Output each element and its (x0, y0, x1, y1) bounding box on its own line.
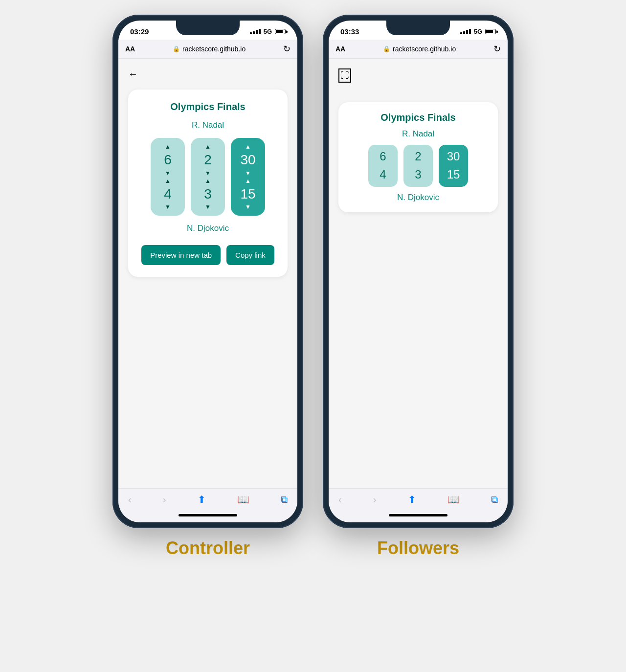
match-title-followers: Olympics Finals (380, 112, 455, 123)
forward-nav-icon-controller[interactable]: › (163, 494, 166, 505)
bookmarks-icon-followers[interactable]: 📖 (447, 493, 460, 505)
signal-bar-f2 (463, 31, 465, 34)
set2-up2-controller[interactable]: ▲ (205, 178, 211, 184)
signal-bar-1 (250, 32, 252, 34)
set1-score2-followers: 4 (380, 168, 386, 182)
url-text-controller: racketscore.github.io (182, 45, 246, 53)
expand-icon-followers[interactable]: ⛶ (338, 68, 351, 83)
share-icon-controller[interactable]: ⬆ (198, 493, 206, 505)
url-bar-followers[interactable]: 🔒 racketscore.github.io (350, 45, 489, 53)
set3-down1-controller[interactable]: ▼ (245, 170, 251, 176)
signal-bar-f4 (469, 29, 471, 34)
score-columns-controller: ▲ 6 ▼ ▲ 4 ▼ ▲ 2 ▼ (151, 138, 265, 216)
aa-text-followers: AA (335, 45, 345, 53)
set3-score1-followers: 30 (447, 150, 460, 164)
signal-bars-followers (460, 29, 471, 34)
set1-col-followers: 6 4 (368, 145, 398, 187)
followers-phone: 03:33 5G (323, 15, 514, 528)
score-widget-followers: Olympics Finals R. Nadal 6 4 2 3 (338, 102, 498, 212)
followers-phone-inner: 03:33 5G (329, 21, 508, 522)
status-right-followers: 5G (460, 28, 496, 35)
player2-controller: N. Djokovic (187, 224, 229, 233)
status-right-controller: 5G (250, 28, 286, 35)
notch-followers (386, 21, 450, 35)
set2-down2-controller[interactable]: ▼ (205, 204, 211, 210)
browser-bar-followers: AA 🔒 racketscore.github.io ↻ (329, 40, 508, 59)
time-controller: 03:29 (130, 27, 149, 36)
set2-col-followers: 2 3 (403, 145, 433, 187)
browser-bar-controller: AA 🔒 racketscore.github.io ↻ (118, 40, 297, 59)
signal-bar-2 (253, 31, 255, 34)
set3-score1-controller: 30 (240, 152, 255, 168)
controller-label: Controller (166, 538, 250, 559)
controller-phone-inner: 03:29 5G (118, 21, 297, 522)
signal-bars-controller (250, 29, 261, 34)
set3-score2-followers: 15 (447, 168, 460, 182)
bookmarks-icon-controller[interactable]: 📖 (237, 493, 249, 505)
score-widget-controller: Olympics Finals R. Nadal ▲ 6 ▼ ▲ 4 ▼ (128, 90, 288, 277)
set1-score1-controller: 6 (164, 152, 172, 168)
back-nav-icon-controller[interactable]: ‹ (128, 494, 132, 505)
set3-col-followers: 30 15 (439, 145, 468, 187)
player2-followers: N. Djokovic (397, 193, 439, 202)
set2-score2-followers: 3 (415, 168, 421, 182)
lock-icon-controller: 🔒 (173, 45, 180, 52)
set2-score2-controller: 3 (204, 186, 212, 202)
player1-controller: R. Nadal (192, 120, 224, 130)
player1-followers: R. Nadal (402, 129, 434, 139)
set3-up1-controller[interactable]: ▲ (245, 144, 251, 150)
copy-link-button[interactable]: Copy link (226, 245, 274, 265)
set2-down1-controller[interactable]: ▼ (205, 170, 211, 176)
set1-down1-controller[interactable]: ▼ (165, 170, 171, 176)
battery-fill-controller (276, 30, 283, 33)
back-arrow-controller[interactable]: ← (128, 68, 138, 80)
tabs-icon-controller[interactable]: ⧉ (281, 494, 288, 505)
set2-up1-controller[interactable]: ▲ (205, 144, 211, 150)
time-followers: 03:33 (340, 27, 359, 36)
url-bar-controller[interactable]: 🔒 racketscore.github.io (140, 45, 278, 53)
forward-nav-icon-followers[interactable]: › (373, 494, 377, 505)
home-indicator-controller (118, 510, 297, 522)
network-type-controller: 5G (264, 28, 272, 35)
set2-score1-followers: 2 (415, 150, 421, 164)
signal-bar-f1 (460, 32, 462, 34)
set3-score2-controller: 15 (240, 186, 255, 202)
set3-up2-controller[interactable]: ▲ (245, 178, 251, 184)
set3-col-controller: ▲ 30 ▼ ▲ 15 ▼ (231, 138, 265, 216)
set2-score1-controller: 2 (204, 152, 212, 168)
set3-down2-controller[interactable]: ▼ (245, 204, 251, 210)
match-title-controller: Olympics Finals (170, 101, 245, 112)
set1-up1-controller[interactable]: ▲ (165, 144, 171, 150)
phones-container: 03:29 5G (112, 15, 514, 559)
home-indicator-followers (329, 510, 508, 522)
signal-bar-f3 (466, 30, 468, 34)
browser-content-controller: ← Olympics Finals R. Nadal ▲ 6 ▼ ▲ 4 (118, 59, 297, 488)
signal-bar-3 (256, 30, 258, 34)
battery-followers (485, 29, 496, 34)
share-icon-followers[interactable]: ⬆ (408, 493, 416, 505)
set1-col-controller: ▲ 6 ▼ ▲ 4 ▼ (151, 138, 185, 216)
refresh-icon-controller[interactable]: ↻ (283, 44, 291, 54)
notch (176, 21, 240, 35)
home-bar-controller (179, 514, 237, 516)
preview-new-tab-button[interactable]: Preview in new tab (141, 245, 221, 265)
battery-controller (275, 29, 286, 34)
tabs-icon-followers[interactable]: ⧉ (491, 494, 498, 505)
set1-score1-followers: 6 (380, 150, 386, 164)
back-nav-icon-followers[interactable]: ‹ (338, 494, 342, 505)
url-text-followers: racketscore.github.io (393, 45, 456, 53)
set2-col-controller: ▲ 2 ▼ ▲ 3 ▼ (191, 138, 225, 216)
browser-toolbar-controller: ‹ › ⬆ 📖 ⧉ (118, 488, 297, 510)
battery-fill-followers (486, 30, 493, 33)
followers-section: 03:33 5G (323, 15, 514, 559)
set1-score2-controller: 4 (164, 186, 172, 202)
network-type-followers: 5G (474, 28, 482, 35)
lock-icon-followers: 🔒 (383, 45, 390, 52)
score-columns-followers: 6 4 2 3 30 15 (368, 145, 468, 187)
refresh-icon-followers[interactable]: ↻ (493, 44, 501, 54)
set1-down2-controller[interactable]: ▼ (165, 204, 171, 210)
action-buttons-controller: Preview in new tab Copy link (141, 245, 274, 265)
set1-up2-controller[interactable]: ▲ (165, 178, 171, 184)
browser-content-followers: ⛶ Olympics Finals R. Nadal 6 4 (329, 59, 508, 488)
home-bar-followers (389, 514, 447, 516)
